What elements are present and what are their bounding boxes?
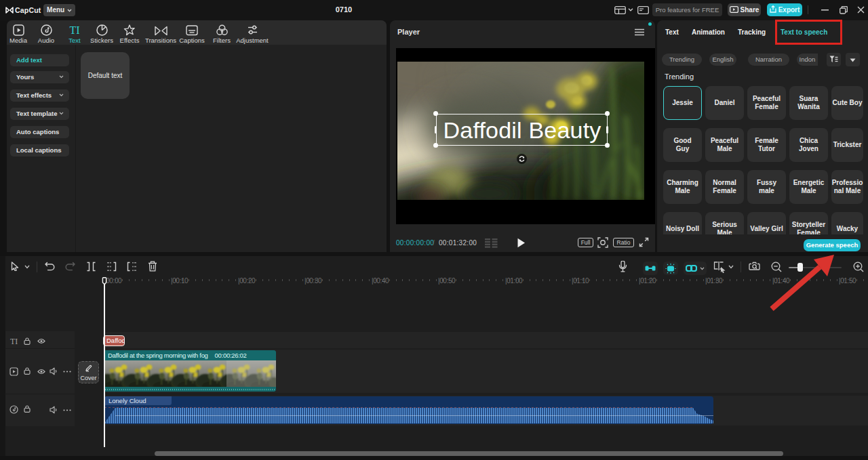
svg-text:TI: TI <box>69 24 79 36</box>
